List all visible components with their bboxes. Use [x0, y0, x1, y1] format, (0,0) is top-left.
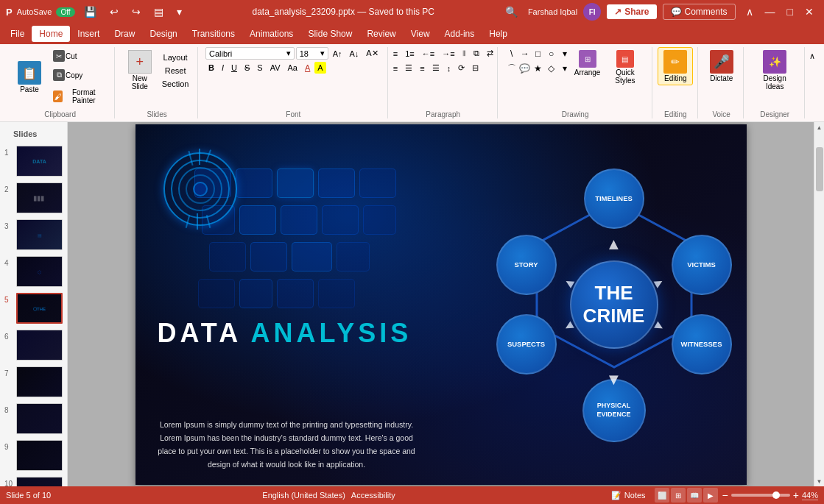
- strikethrough-button[interactable]: S: [242, 62, 253, 74]
- close-button[interactable]: ✕: [800, 4, 818, 19]
- slide-thumb-8[interactable]: 8: [3, 402, 64, 436]
- justify-button[interactable]: ☰: [429, 62, 443, 74]
- underline-button[interactable]: U: [228, 62, 240, 74]
- scroll-up-arrow[interactable]: ▲: [814, 122, 824, 132]
- font-size-dropdown[interactable]: 18 ▾: [296, 47, 328, 60]
- slide-thumb-10[interactable]: 10: [3, 475, 64, 486]
- menu-item-view[interactable]: View: [404, 26, 437, 42]
- cut-button[interactable]: ✂ Cut: [49, 47, 108, 65]
- notes-button[interactable]: 📝 Notes: [607, 489, 650, 502]
- shape-callout[interactable]: 💬: [518, 62, 532, 75]
- spacing-button[interactable]: AV: [267, 62, 284, 74]
- slide-thumb-4[interactable]: 4 ⬡: [3, 255, 64, 288]
- shape-diamond[interactable]: ◇: [545, 62, 558, 75]
- slide-sorter-button[interactable]: ⊞: [671, 488, 686, 503]
- user-avatar[interactable]: FI: [583, 3, 601, 21]
- slide-thumb-9[interactable]: 9: [3, 439, 64, 472]
- redo-button[interactable]: ↪: [127, 4, 145, 19]
- decrease-font-button[interactable]: A↓: [347, 48, 362, 60]
- menu-item-home[interactable]: Home: [32, 26, 70, 42]
- italic-button[interactable]: I: [219, 62, 227, 74]
- highlight-button[interactable]: A: [314, 62, 325, 74]
- shadow-button[interactable]: S: [254, 62, 265, 74]
- shape-line[interactable]: \: [505, 47, 518, 60]
- menu-item-review[interactable]: Review: [359, 26, 403, 42]
- menu-item-animations[interactable]: Animations: [242, 26, 300, 42]
- accessibility-check[interactable]: Accessibility: [351, 491, 395, 500]
- shape-rect[interactable]: □: [532, 47, 545, 60]
- copy-button[interactable]: ⧉ Copy: [49, 66, 108, 84]
- slide-canvas[interactable]: DATA ANALYSIS Lorem Ipsum is simply dumm…: [68, 122, 814, 486]
- ribbon-collapse-button[interactable]: ∧: [742, 4, 758, 19]
- menu-item-file[interactable]: File: [3, 26, 32, 42]
- bold-button[interactable]: B: [205, 62, 217, 74]
- font-name-dropdown[interactable]: Calibri ▾: [205, 47, 295, 60]
- undo-button[interactable]: ↩: [105, 4, 123, 19]
- section-button[interactable]: Section: [159, 78, 192, 90]
- normal-view-button[interactable]: ⬜: [655, 488, 669, 503]
- slide-thumb-3[interactable]: 3 ▤: [3, 218, 64, 252]
- right-scrollbar[interactable]: ▲ ▼: [814, 122, 824, 486]
- shape-more[interactable]: ▾: [558, 47, 571, 60]
- menu-item-insert[interactable]: Insert: [70, 26, 107, 42]
- autosave-toggle[interactable]: Off: [56, 7, 74, 17]
- dictate-button[interactable]: 🎤 Dictate: [704, 47, 739, 85]
- indent-decrease-button[interactable]: ←≡: [419, 48, 437, 60]
- align-center-button[interactable]: ☰: [402, 62, 415, 74]
- menu-item-design[interactable]: Design: [142, 26, 184, 42]
- new-slide-button[interactable]: + New Slide: [122, 47, 158, 93]
- zoom-thumb[interactable]: [772, 491, 780, 499]
- line-spacing-button[interactable]: ↕: [444, 63, 454, 74]
- align-left-button[interactable]: ≡: [390, 63, 401, 74]
- menu-item-addins[interactable]: Add-ins: [437, 26, 482, 42]
- text-align-button[interactable]: ⊟: [469, 62, 482, 74]
- ribbon-collapse-button[interactable]: ∧: [806, 50, 818, 63]
- shape-oval[interactable]: ○: [545, 47, 558, 60]
- numbering-button[interactable]: 1≡: [402, 48, 418, 60]
- indent-increase-button[interactable]: →≡: [439, 48, 457, 60]
- comments-button[interactable]: 💬 Comments: [663, 4, 736, 20]
- zoom-level[interactable]: 44%: [802, 491, 818, 500]
- text-direction-button[interactable]: ⟳: [455, 62, 468, 74]
- editing-button[interactable]: ✏ Editing: [658, 47, 693, 85]
- menu-item-transitions[interactable]: Transitions: [185, 26, 242, 42]
- shape-extra[interactable]: ▾: [558, 62, 571, 75]
- slide-thumb-6[interactable]: 6: [3, 328, 64, 362]
- zoom-in-button[interactable]: +: [793, 489, 799, 501]
- customize-button[interactable]: ▾: [172, 4, 186, 19]
- columns-button[interactable]: ⫴: [459, 47, 469, 60]
- slide-thumb-7[interactable]: 7: [3, 365, 64, 399]
- design-ideas-button[interactable]: ✨ Design Ideas: [751, 47, 798, 93]
- shape-star[interactable]: ★: [532, 62, 545, 75]
- smartart-button[interactable]: ⧉: [471, 47, 482, 60]
- format-painter-button[interactable]: 🖌 Format Painter: [49, 85, 108, 107]
- minimize-button[interactable]: —: [761, 4, 780, 19]
- slide-thumb-5[interactable]: 5 ⬡THE: [3, 291, 64, 325]
- search-button[interactable]: 🔍: [501, 4, 522, 19]
- menu-item-help[interactable]: Help: [482, 26, 515, 42]
- quick-styles-button[interactable]: ▤ Quick Styles: [605, 47, 645, 88]
- slide-thumb-1[interactable]: 1 DATA: [3, 144, 64, 178]
- convert-button[interactable]: ⇄: [484, 47, 496, 60]
- paste-button[interactable]: 📋 Paste: [12, 58, 47, 96]
- align-right-button[interactable]: ≡: [417, 63, 427, 74]
- slide-thumb-2[interactable]: 2 ▊▊▊: [3, 181, 64, 215]
- share-button[interactable]: ↗ Share: [607, 4, 656, 19]
- increase-font-button[interactable]: A↑: [330, 48, 345, 60]
- shape-curve[interactable]: ⌒: [505, 62, 518, 75]
- save-button[interactable]: 💾: [80, 4, 101, 19]
- scroll-thumb[interactable]: [816, 147, 823, 191]
- layout-button[interactable]: Layout: [159, 52, 192, 63]
- presenter-view-button[interactable]: ▶: [703, 488, 718, 503]
- scroll-down-arrow[interactable]: ▼: [814, 476, 824, 486]
- font-color-button[interactable]: A: [302, 62, 313, 74]
- arrange-button[interactable]: ⊞ Arrange: [573, 47, 602, 79]
- reading-view-button[interactable]: 📖: [687, 488, 702, 503]
- bullets-button[interactable]: ≡: [390, 48, 401, 60]
- present-button[interactable]: ▤: [149, 4, 168, 19]
- zoom-out-button[interactable]: −: [722, 489, 728, 501]
- maximize-button[interactable]: □: [783, 4, 797, 19]
- zoom-slider[interactable]: [731, 494, 790, 497]
- menu-item-slideshow[interactable]: Slide Show: [300, 26, 359, 42]
- clear-format-button[interactable]: A✕: [363, 47, 381, 60]
